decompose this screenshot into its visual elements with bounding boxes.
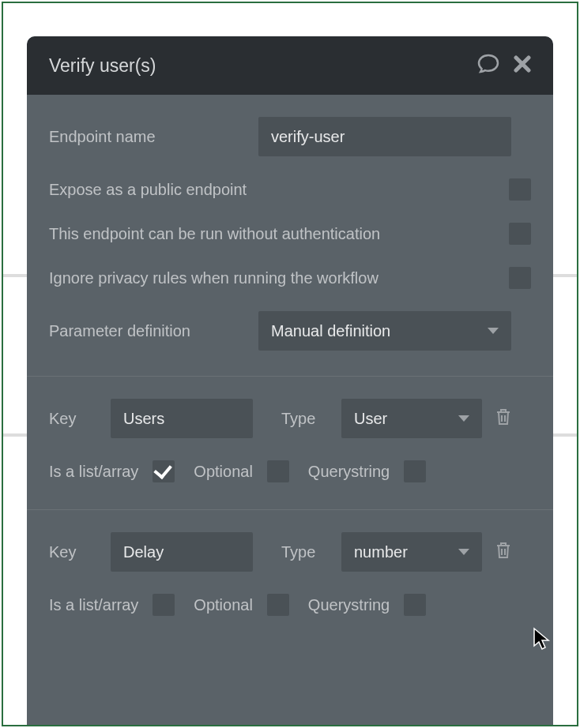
endpoint-name-label: Endpoint name	[49, 128, 258, 146]
close-icon[interactable]	[514, 55, 531, 76]
ignore-privacy-label: Ignore privacy rules when running the wo…	[49, 269, 379, 287]
param-def-select[interactable]: Manual definition	[258, 311, 511, 351]
param-def-label: Parameter definition	[49, 322, 258, 340]
param-type-select[interactable]: number	[341, 532, 482, 572]
type-label: Type	[281, 410, 329, 428]
trash-icon[interactable]	[495, 407, 512, 430]
optional-checkbox[interactable]	[267, 594, 289, 616]
param-key-input[interactable]	[111, 532, 253, 572]
querystring-checkbox[interactable]	[404, 460, 426, 482]
no-auth-checkbox[interactable]	[509, 223, 531, 245]
expose-public-checkbox[interactable]	[509, 178, 531, 201]
ignore-privacy-checkbox[interactable]	[509, 267, 531, 289]
param-type-value: User	[354, 410, 387, 428]
optional-checkbox[interactable]	[267, 460, 289, 482]
endpoint-name-input[interactable]	[258, 117, 511, 156]
is-list-label: Is a list/array	[49, 463, 138, 481]
key-label: Key	[49, 543, 98, 561]
is-list-checkbox[interactable]	[153, 460, 175, 482]
is-list-checkbox[interactable]	[153, 594, 175, 616]
param-row: Key Type User	[49, 399, 531, 438]
param-key-input[interactable]	[111, 399, 253, 438]
param-def-value: Manual definition	[271, 322, 390, 340]
querystring-label: Querystring	[308, 596, 390, 614]
type-label: Type	[281, 543, 329, 561]
config-panel: Verify user(s) Endpoint name Expose as a…	[27, 36, 553, 725]
chevron-down-icon	[458, 415, 469, 422]
comment-icon[interactable]	[477, 54, 499, 77]
panel-header: Verify user(s)	[27, 36, 553, 95]
chevron-down-icon	[458, 549, 469, 555]
key-label: Key	[49, 410, 98, 428]
expose-public-label: Expose as a public endpoint	[49, 181, 247, 199]
chevron-down-icon	[488, 328, 499, 334]
trash-icon[interactable]	[495, 541, 512, 563]
param-type-select[interactable]: User	[341, 399, 482, 438]
param-row: Key Type number	[49, 532, 531, 572]
optional-label: Optional	[194, 463, 253, 481]
querystring-checkbox[interactable]	[404, 594, 426, 616]
is-list-label: Is a list/array	[49, 596, 138, 614]
param-type-value: number	[354, 543, 408, 561]
divider	[27, 509, 553, 510]
optional-label: Optional	[194, 596, 253, 614]
querystring-label: Querystring	[308, 463, 390, 481]
no-auth-label: This endpoint can be run without authent…	[49, 225, 380, 243]
panel-title: Verify user(s)	[49, 55, 156, 77]
divider	[27, 376, 553, 377]
